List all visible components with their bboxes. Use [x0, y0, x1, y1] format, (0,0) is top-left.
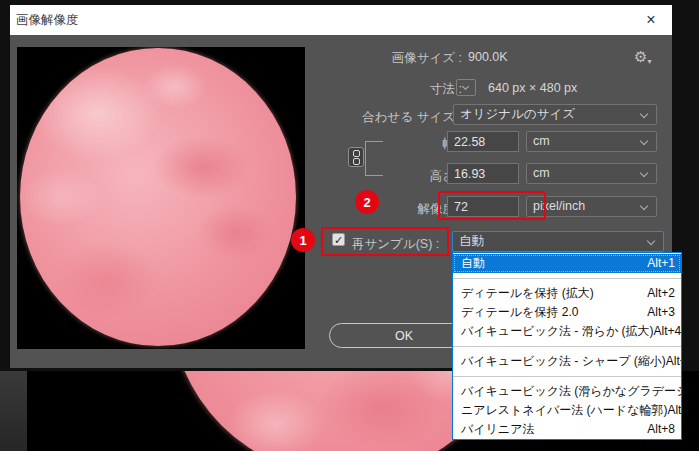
menu-item-shortcut: Alt+5: [666, 352, 681, 371]
chevron-down-icon: [640, 202, 648, 210]
resample-dropdown-menu: 自動 Alt+1 ディテールを保持 (拡大) Alt+2 ディテールを保持 2.…: [452, 252, 682, 440]
chevron-down-icon: [462, 83, 469, 90]
menu-item-label: バイキュービック法 (滑らかなグラデーシ...: [461, 382, 681, 401]
annotation-badge-2: 2: [355, 190, 379, 214]
height-unit-value: cm: [533, 166, 550, 180]
resolution-unit-value: pixel/inch: [533, 199, 585, 213]
chevron-down-icon: [640, 169, 648, 177]
chevron-down-icon: [640, 137, 648, 145]
close-icon[interactable]: ×: [636, 5, 666, 35]
dialog-title: 画像解像度: [10, 12, 79, 29]
height-input[interactable]: [447, 163, 519, 184]
menu-item-bicubic-sharper[interactable]: バイキュービック法 - シャープ (縮小) Alt+5: [453, 352, 681, 371]
fit-to-value: オリジナルのサイズ: [460, 107, 575, 121]
annotation-badge-1: 1: [291, 228, 315, 252]
workspace-edge-strip: [0, 371, 27, 451]
width-unit-select[interactable]: cm: [526, 131, 657, 152]
width-unit-value: cm: [533, 134, 550, 148]
gear-icon[interactable]: ⚙▾: [634, 48, 651, 66]
menu-item-shortcut: Alt+7: [667, 401, 681, 420]
menu-item-preserve-details[interactable]: ディテールを保持 (拡大) Alt+2: [453, 284, 681, 303]
menu-item-bilinear[interactable]: バイリニア法 Alt+8: [453, 420, 681, 439]
fit-to-label: 合わせる サイズ :: [340, 109, 462, 126]
menu-item-label: ニアレストネイバー法 (ハードな輪郭): [461, 401, 667, 420]
image-preview[interactable]: [17, 47, 305, 349]
image-size-value: 900.0K: [468, 50, 508, 64]
menu-item-nearest-neighbor[interactable]: ニアレストネイバー法 (ハードな輪郭) Alt+7: [453, 401, 681, 420]
resample-value: 自動: [459, 234, 484, 248]
resolution-input[interactable]: [447, 196, 519, 217]
gear-caret-icon: ▾: [647, 57, 651, 66]
menu-item-auto[interactable]: 自動 Alt+1: [453, 254, 681, 273]
resample-label: 再サンプル(S) :: [352, 236, 439, 253]
chevron-down-icon: [647, 237, 655, 245]
width-input[interactable]: [447, 131, 519, 152]
height-label: 高さ :: [340, 168, 462, 185]
dimensions-dropdown-button[interactable]: [456, 79, 476, 96]
height-unit-select[interactable]: cm: [526, 163, 657, 184]
menu-item-label: ディテールを保持 (拡大): [461, 284, 594, 303]
fit-to-select[interactable]: オリジナルのサイズ: [453, 104, 657, 125]
dialog-titlebar[interactable]: 画像解像度 ×: [10, 5, 672, 35]
menu-item-label: バイリニア法: [461, 420, 534, 439]
menu-item-label: バイキュービック法 - 滑らか (拡大): [461, 322, 654, 341]
menu-separator: [453, 376, 681, 377]
dimensions-value: 640 px × 480 px: [488, 81, 577, 95]
menu-item-shortcut: Alt+3: [647, 303, 675, 322]
menu-separator: [453, 346, 681, 347]
menu-separator: [453, 278, 681, 279]
dimensions-label: 寸法 :: [340, 81, 462, 98]
resample-checkbox[interactable]: ✓: [332, 233, 345, 246]
moon-preview-image: [20, 48, 296, 346]
photoshop-screen: 画像解像度 × 画像サイズ : 900.0K ⚙▾ 寸法 : 640 px × …: [0, 0, 699, 451]
menu-item-shortcut: Alt+1: [647, 254, 675, 273]
menu-item-preserve-details-2[interactable]: ディテールを保持 2.0 Alt+3: [453, 303, 681, 322]
resolution-unit-select[interactable]: pixel/inch: [526, 196, 657, 217]
menu-item-label: バイキュービック法 - シャープ (縮小): [461, 352, 666, 371]
gear-glyph: ⚙: [634, 48, 647, 65]
image-size-label: 画像サイズ :: [340, 50, 462, 67]
menu-item-shortcut: Alt+4: [654, 322, 681, 341]
chevron-down-icon: [640, 110, 648, 118]
menu-item-bicubic-smoother[interactable]: バイキュービック法 - 滑らか (拡大) Alt+4: [453, 322, 681, 341]
menu-item-label: ディテールを保持 2.0: [461, 303, 578, 322]
chain-ring: [353, 158, 360, 165]
menu-item-bicubic[interactable]: バイキュービック法 (滑らかなグラデーシ... Alt+6: [453, 382, 681, 401]
menu-item-shortcut: Alt+2: [647, 284, 675, 303]
menu-item-shortcut: Alt+8: [647, 420, 675, 439]
menu-item-label: 自動: [461, 254, 485, 273]
width-label: 幅 :: [340, 136, 462, 153]
resample-select[interactable]: 自動: [452, 231, 664, 252]
